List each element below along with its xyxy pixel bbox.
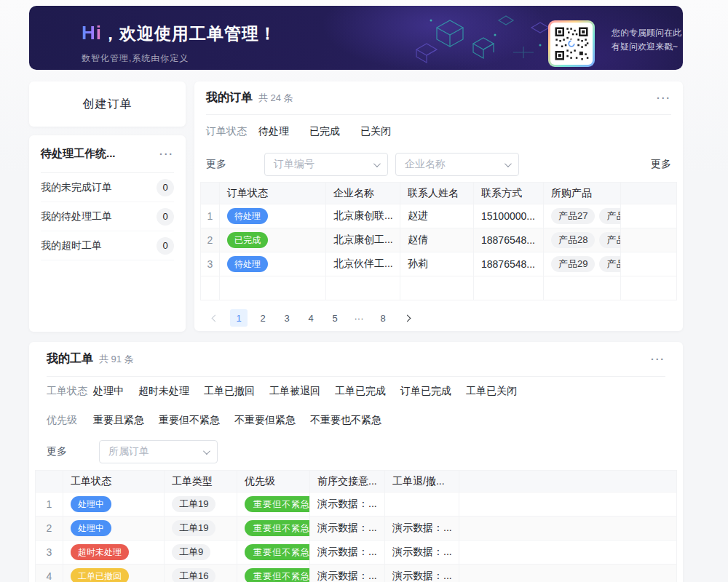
- handover-cell: 演示数据：...: [310, 493, 385, 517]
- row-index: 1: [201, 204, 220, 228]
- refund-cell: 演示数据：...: [385, 517, 459, 541]
- product-tag: 产品28: [551, 232, 595, 248]
- ticket-table-row[interactable]: 1 处理中 工单19 重要但不紧急 演示数据：...: [36, 493, 677, 517]
- empty-table-row: [201, 276, 677, 300]
- company-name-select[interactable]: 企业名称: [395, 153, 519, 176]
- ticket-priority-option[interactable]: 不重要也不紧急: [310, 414, 381, 427]
- banner-greeting: ，欢迎使用工单管理！: [102, 24, 277, 43]
- column-header: 工单状态: [63, 471, 165, 493]
- row-index: 3: [36, 541, 63, 565]
- handover-cell: 演示数据：...: [310, 565, 385, 582]
- tickets-table-header-row: 工单状态工单类型优先级前序交接意...工单退/撤...: [36, 471, 677, 493]
- ticket-table-row[interactable]: 3 超时未处理 工单9 重要但不紧急 演示数据：... 演示数据：...: [36, 541, 677, 565]
- banner-subtitle: 数智化管理,系统由你定义: [82, 52, 277, 65]
- create-order-button[interactable]: 创建订单: [29, 81, 186, 127]
- more-filters-label: 更多: [206, 158, 258, 171]
- ticket-status-badge: 处理中: [71, 496, 111, 512]
- orders-pagination: 1 2 3 4 5 ··· 8: [206, 301, 671, 335]
- ticket-status-option[interactable]: 订单已完成: [400, 385, 451, 398]
- empty-cell: [459, 541, 677, 565]
- chevron-right-icon: [403, 314, 411, 322]
- handover-cell: 演示数据：...: [310, 541, 385, 565]
- stat-label: 我的未完成订单: [41, 181, 112, 194]
- product-tag: 产品29: [551, 256, 595, 272]
- ticket-type-cell: 工单19: [165, 493, 237, 517]
- order-status-option[interactable]: 待处理: [258, 125, 289, 138]
- banner-hi: Hi: [82, 22, 102, 44]
- column-header: 所购产品: [544, 183, 621, 204]
- ticket-status-option[interactable]: 工单被退回: [269, 385, 320, 398]
- order-status-option[interactable]: 已关闭: [360, 125, 391, 138]
- orders-more-link[interactable]: 更多: [651, 158, 671, 171]
- stat-list-item[interactable]: 我的超时工单 0: [41, 231, 174, 260]
- ticket-status-badge: 超时未处理: [71, 544, 129, 560]
- ticket-table-row[interactable]: 4 工单已撤回 工单16 重要但不紧急 演示数据：... 演示数据：...: [36, 565, 677, 582]
- ticket-priority-option[interactable]: 不重要但紧急: [234, 414, 296, 427]
- tickets-table: 工单状态工单类型优先级前序交接意...工单退/撤... 1 处理中 工单19 重…: [35, 470, 677, 582]
- contact-cell: 赵倩: [400, 228, 474, 252]
- page-number[interactable]: ···: [350, 309, 368, 327]
- stat-list-item[interactable]: 我的待处理工单 0: [41, 202, 174, 231]
- my-tickets-card: 我的工单 共 91 条 ··· 工单状态 处理中 超时未处理 工单已撤回 工单被…: [29, 342, 683, 582]
- parent-order-select[interactable]: 所属订单: [99, 440, 218, 463]
- banner-decoration: [349, 6, 568, 70]
- empty-cell: [459, 493, 677, 517]
- ticket-type-cell: 工单19: [165, 517, 237, 541]
- ticket-status-option[interactable]: 工单已关闭: [466, 385, 517, 398]
- company-cell: 北京康创工...: [326, 228, 400, 252]
- chevron-down-icon: [505, 160, 512, 167]
- page-number[interactable]: 3: [278, 309, 296, 327]
- chevron-left-icon: [211, 314, 218, 322]
- row-index: 4: [36, 565, 63, 582]
- ticket-table-row[interactable]: 2 处理中 工单19 重要但不紧急 演示数据：... 演示数据：...: [36, 517, 677, 541]
- ticket-status-option[interactable]: 工单已撤回: [204, 385, 255, 398]
- ticket-type-cell: 工单16: [165, 565, 237, 582]
- empty-cell: [459, 517, 677, 541]
- handover-cell: 演示数据：...: [310, 517, 385, 541]
- ticket-priority-option[interactable]: 重要但不紧急: [159, 414, 220, 427]
- order-number-select[interactable]: 订单编号: [264, 153, 388, 176]
- more-actions-icon[interactable]: ···: [651, 354, 665, 364]
- product-tag: 产品: [599, 256, 620, 272]
- page-number[interactable]: 8: [374, 309, 392, 327]
- column-header: [621, 183, 677, 204]
- order-status-badge: 待处理: [227, 256, 268, 272]
- stat-count-badge: 0: [157, 237, 174, 255]
- order-table-row[interactable]: 3 待处理 北京伙伴工... 孙莉 18876548... 产品29产品: [201, 252, 677, 276]
- stat-label: 我的超时工单: [41, 239, 102, 252]
- ticket-priority-option[interactable]: 重要且紧急: [93, 414, 144, 427]
- chevron-down-icon: [203, 447, 210, 455]
- next-page-button[interactable]: [398, 309, 416, 327]
- more-actions-icon[interactable]: ···: [159, 149, 174, 159]
- stat-list-item[interactable]: 我的未完成订单 0: [41, 173, 174, 202]
- empty-cell: [621, 204, 677, 228]
- phone-cell: 15100000...: [474, 204, 544, 228]
- ticket-status-option[interactable]: 处理中: [93, 385, 124, 398]
- prev-page-button[interactable]: [206, 309, 223, 327]
- ticket-type-tag: 工单9: [172, 544, 210, 560]
- stat-label: 我的待处理工单: [41, 210, 112, 223]
- order-status-badge: 已完成: [227, 232, 268, 248]
- page-number[interactable]: 5: [326, 309, 344, 327]
- priority-cell: 重要但不紧急: [237, 565, 310, 582]
- order-table-row[interactable]: 2 已完成 北京康创工... 赵倩 18876548... 产品28产品: [201, 228, 677, 252]
- order-table-row[interactable]: 1 待处理 北京康创联... 赵进 15100000... 产品27产品: [201, 204, 677, 228]
- column-header: 联系人姓名: [400, 183, 474, 204]
- my-orders-card: 我的订单 共 24 条 ··· 订单状态 待处理 已完成 已关闭 更多 订单编号…: [194, 81, 683, 331]
- page-number[interactable]: 1: [230, 309, 248, 327]
- ticket-status-option[interactable]: 超时未处理: [138, 385, 189, 398]
- orders-table-header-row: 订单状态企业名称联系人姓名联系方式所购产品: [201, 183, 677, 204]
- qr-code: [548, 20, 595, 67]
- more-actions-icon[interactable]: ···: [657, 93, 671, 103]
- phone-cell: 18876548...: [474, 252, 544, 276]
- ticket-status-option[interactable]: 工单已完成: [335, 385, 386, 398]
- page-number[interactable]: 4: [302, 309, 320, 327]
- order-status-option[interactable]: 已完成: [309, 125, 340, 138]
- contact-cell: 孙莉: [400, 252, 474, 276]
- column-header: [36, 471, 63, 493]
- empty-cell: [459, 565, 677, 582]
- order-number-placeholder: 订单编号: [274, 158, 314, 171]
- products-cell: 产品27产品: [544, 204, 621, 228]
- page-number[interactable]: 2: [254, 309, 272, 327]
- pending-stats-card: 待处理工作统... ··· 我的未完成订单 0 我的待处理工单 0 我的超时工单…: [29, 135, 186, 332]
